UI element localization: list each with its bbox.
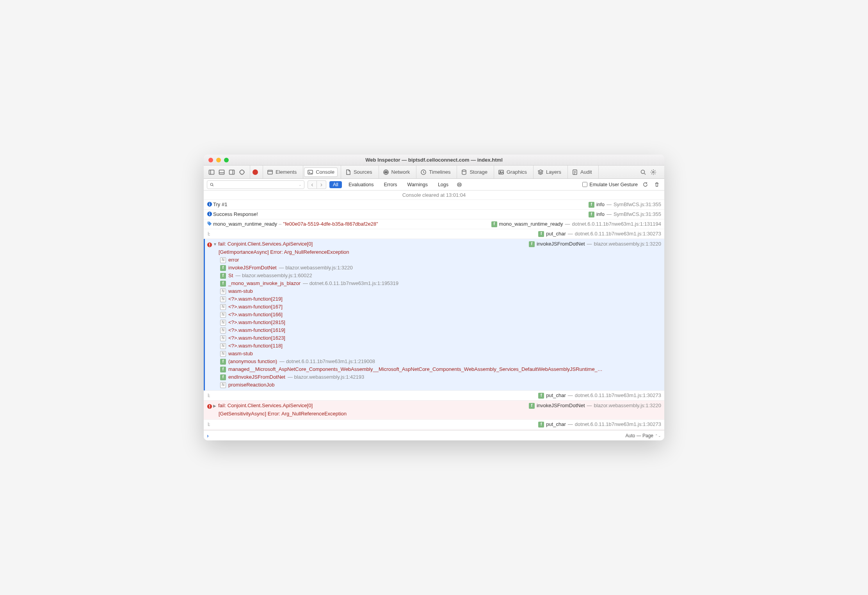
next-button[interactable]: › — [317, 180, 326, 189]
tab-layers[interactable]: Layers — [534, 167, 564, 177]
trace-line[interactable]: fendInvokeJSFromDotNetblazor.webassembly… — [220, 373, 661, 381]
execution-context-selector[interactable]: Auto — Page⌃⌄ — [626, 433, 661, 438]
error-indicator-icon[interactable] — [251, 168, 260, 176]
error-title: fail: Conjoint.Client.Services.ApiServic… — [218, 403, 313, 408]
trace-line[interactable]: N<?>.wasm-function[166] — [220, 311, 661, 319]
error-row[interactable]: ▶fail: Conjoint.Client.Services.ApiServi… — [204, 401, 664, 420]
error-row[interactable]: ▶fail: Conjoint.Client.Services.ApiServi… — [204, 429, 664, 430]
log-row[interactable]: fput_char—dotnet.6.0.11.1b7nwe63m1.js:1:… — [204, 229, 664, 239]
window-title: Web Inspector — biptsdf.celloconnect.com… — [204, 157, 664, 163]
filter-all[interactable]: All — [329, 181, 342, 188]
function-badge-icon: f — [220, 367, 226, 372]
trace-location[interactable]: blazor.webassembly.js:1:60022 — [235, 272, 312, 280]
native-badge-icon: N — [220, 289, 226, 294]
tab-audit[interactable]: Audit — [569, 167, 595, 177]
native-badge-icon: N — [220, 343, 226, 349]
zoom-button[interactable] — [224, 158, 229, 162]
svg-point-23 — [210, 183, 213, 185]
disclosure-triangle-right-icon[interactable]: ▶ — [213, 402, 217, 410]
dock-right-icon[interactable] — [227, 167, 237, 177]
log-source[interactable]: finvokeJSFromDotNet—blazor.webassembly.j… — [529, 240, 661, 248]
filter-input[interactable] — [216, 182, 297, 187]
console-prompt[interactable]: › Auto — Page⌃⌄ — [204, 430, 664, 440]
log-source[interactable]: finfo—SymBfwCS.js:31:355 — [589, 201, 661, 208]
tab-elements[interactable]: Elements — [264, 167, 300, 177]
svg-point-22 — [653, 171, 654, 173]
trace-function-name: <?>.wasm-function[1619] — [228, 326, 285, 334]
trace-line[interactable]: fStblazor.webassembly.js:1:60022 — [220, 272, 661, 280]
log-row[interactable]: Success Response! finfo—SymBfwCS.js:31:3… — [204, 210, 664, 219]
log-source[interactable]: fput_char—dotnet.6.0.11.1b7nwe63m1.js:1:… — [538, 392, 661, 399]
svg-rect-2 — [219, 170, 224, 174]
log-row[interactable]: fput_char—dotnet.6.0.11.1b7nwe63m1.js:1:… — [204, 391, 664, 401]
log-source[interactable]: fput_char—dotnet.6.0.11.1b7nwe63m1.js:1:… — [538, 420, 661, 428]
trace-line[interactable]: Nwasm-stub — [220, 287, 661, 295]
console-cleared-message: Console cleared at 13:01:04 — [204, 191, 664, 200]
trace-line[interactable]: N<?>.wasm-function[1623] — [220, 334, 661, 342]
trace-line[interactable]: f(anonymous function)dotnet.6.0.11.1b7nw… — [220, 358, 661, 365]
trash-icon[interactable] — [653, 180, 661, 189]
settings-icon[interactable] — [649, 167, 658, 177]
prev-button[interactable]: ‹ — [308, 180, 317, 189]
trace-line[interactable]: N<?>.wasm-function[118] — [220, 342, 661, 350]
reload-icon[interactable] — [641, 180, 649, 189]
svg-rect-4 — [229, 170, 235, 174]
trace-location[interactable]: dotnet.6.0.11.1b7nwe63m1.js:1:219008 — [279, 358, 375, 365]
log-row[interactable]: Try #1 finfo—SymBfwCS.js:31:355 — [204, 200, 664, 210]
trace-line[interactable]: fmanaged__Microsoft_AspNetCore_Component… — [220, 365, 661, 373]
error-row-expanded[interactable]: ▼fail: Conjoint.Client.Services.ApiServi… — [204, 239, 664, 391]
trace-line[interactable]: N<?>.wasm-function[2815] — [220, 319, 661, 326]
log-source[interactable]: finfo—SymBfwCS.js:31:355 — [589, 210, 661, 218]
close-button[interactable] — [208, 158, 213, 162]
scope-icon[interactable] — [455, 180, 464, 189]
search-icon[interactable] — [639, 167, 648, 177]
disclosure-triangle-down-icon[interactable]: ▼ — [213, 240, 217, 248]
trace-line[interactable]: N<?>.wasm-function[1619] — [220, 326, 661, 334]
trace-line[interactable]: Nwasm-stub — [220, 350, 661, 358]
filter-logs[interactable]: Logs — [434, 181, 452, 188]
inspector-window: Web Inspector — biptsdf.celloconnect.com… — [204, 155, 664, 440]
log-source[interactable]: finvokeJSFromDotNet—blazor.webassembly.j… — [529, 402, 661, 410]
log-row[interactable]: fput_char—dotnet.6.0.11.1b7nwe63m1.js:1:… — [204, 420, 664, 429]
stack-trace: NerrorfinvokeJSFromDotNetblazor.webassem… — [206, 256, 661, 389]
filter-errors[interactable]: Errors — [381, 181, 401, 188]
console-rows[interactable]: Try #1 finfo—SymBfwCS.js:31:355 Success … — [204, 200, 664, 430]
titlebar: Web Inspector — biptsdf.celloconnect.com… — [204, 155, 664, 166]
log-source[interactable]: fmono_wasm_runtime_ready—dotnet.6.0.11.1… — [491, 220, 661, 228]
svg-point-35 — [208, 223, 209, 223]
trace-location[interactable]: blazor.webassembly.js:1:42193 — [288, 373, 364, 381]
trace-line[interactable]: f_mono_wasm_invoke_js_blazordotnet.6.0.1… — [220, 280, 661, 287]
function-badge-icon: f — [529, 403, 535, 409]
hierarchy-icon — [206, 420, 213, 427]
tab-network[interactable]: Network — [380, 167, 413, 177]
trace-line[interactable]: N<?>.wasm-function[219] — [220, 295, 661, 303]
trace-function-name: promiseReactionJob — [228, 381, 275, 389]
trace-location[interactable]: blazor.webassembly.js:1:3220 — [279, 264, 353, 272]
dropdown-icon[interactable]: ⌄ — [299, 183, 302, 187]
log-row[interactable]: mono_wasm_runtime_ready–"fe00e07a-5519-4… — [204, 219, 664, 229]
inspect-icon[interactable] — [237, 167, 247, 177]
trace-line[interactable]: finvokeJSFromDotNetblazor.webassembly.js… — [220, 264, 661, 272]
dock-bottom-icon[interactable] — [217, 167, 226, 177]
emulate-checkbox[interactable]: Emulate User Gesture — [582, 182, 638, 187]
filter-warnings[interactable]: Warnings — [404, 181, 431, 188]
trace-location[interactable]: dotnet.6.0.11.1b7nwe63m1.js:1:195319 — [303, 280, 398, 287]
tab-graphics[interactable]: Graphics — [495, 167, 530, 177]
function-badge-icon: f — [538, 393, 544, 399]
trace-line[interactable]: Nerror — [220, 256, 661, 264]
minimize-button[interactable] — [216, 158, 221, 162]
trace-function-name: <?>.wasm-function[219] — [228, 295, 283, 303]
trace-line[interactable]: N<?>.wasm-function[167] — [220, 303, 661, 311]
filter-search[interactable]: ⌄ — [207, 180, 304, 189]
function-badge-icon: f — [589, 202, 594, 208]
function-badge-icon: f — [589, 212, 594, 217]
tab-storage[interactable]: Storage — [458, 167, 491, 177]
log-source[interactable]: fput_char—dotnet.6.0.11.1b7nwe63m1.js:1:… — [538, 230, 661, 238]
trace-line[interactable]: NpromiseReactionJob — [220, 381, 661, 389]
dock-left-icon[interactable] — [207, 167, 216, 177]
console-input[interactable] — [212, 433, 626, 438]
tab-console[interactable]: Console — [304, 167, 338, 177]
tab-timelines[interactable]: Timelines — [417, 167, 454, 177]
filter-evaluations[interactable]: Evaluations — [345, 181, 377, 188]
tab-sources[interactable]: Sources — [342, 167, 375, 177]
